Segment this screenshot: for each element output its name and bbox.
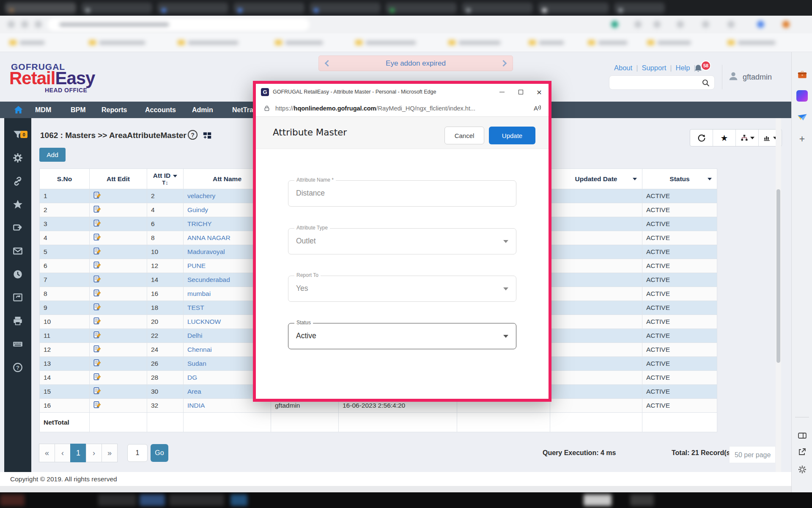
browser-tab[interactable] bbox=[386, 3, 457, 13]
nav-item-nettrade[interactable]: NetTra bbox=[232, 102, 253, 118]
cell-att-edit[interactable] bbox=[90, 385, 147, 399]
sidebar-settings-gear-icon[interactable] bbox=[796, 464, 808, 475]
popup-url-bar[interactable]: https://hqonlinedemo.gofrugal.com/RayMed… bbox=[256, 100, 549, 117]
browser-tab[interactable] bbox=[81, 3, 152, 13]
link-icon[interactable] bbox=[12, 176, 23, 187]
nav-item-mdm[interactable]: MDM bbox=[35, 102, 51, 118]
favorites-star-icon[interactable] bbox=[12, 199, 23, 210]
col-header-updated-date[interactable]: Updated Date bbox=[550, 169, 642, 189]
page-scrollbar-thumb[interactable] bbox=[776, 189, 780, 363]
extension-icon[interactable] bbox=[611, 21, 618, 28]
page-next-button[interactable]: › bbox=[86, 444, 102, 462]
nav-item-reports[interactable]: Reports bbox=[102, 102, 127, 118]
cell-att-edit[interactable] bbox=[90, 399, 147, 413]
edit-icon[interactable] bbox=[93, 205, 101, 213]
back-icon[interactable] bbox=[8, 21, 15, 28]
nav-item-accounts[interactable]: Accounts bbox=[145, 102, 176, 118]
edit-icon[interactable] bbox=[93, 303, 101, 311]
extension-icon[interactable] bbox=[653, 21, 661, 28]
edit-icon[interactable] bbox=[93, 219, 101, 227]
edit-icon[interactable] bbox=[93, 317, 101, 325]
banner-prev-icon[interactable] bbox=[325, 60, 332, 67]
breadcrumb-grid-icon[interactable] bbox=[203, 131, 212, 140]
attribute-name-field[interactable]: Attribute Name * Distance bbox=[288, 180, 516, 207]
per-page-select[interactable]: 50 per page bbox=[729, 446, 776, 463]
bookmark-folder-icon[interactable] bbox=[275, 40, 282, 45]
search-icon[interactable] bbox=[702, 79, 710, 89]
minimize-button[interactable] bbox=[493, 84, 511, 100]
mail-icon[interactable] bbox=[12, 246, 23, 257]
bookmark-folder-icon[interactable] bbox=[355, 40, 362, 45]
status-select[interactable]: Status Active bbox=[288, 323, 516, 349]
col-header-status[interactable]: Status bbox=[642, 169, 717, 189]
support-link[interactable]: Support bbox=[642, 64, 666, 72]
forward-icon[interactable] bbox=[21, 21, 28, 28]
page-last-button[interactable]: » bbox=[102, 444, 118, 462]
menu-icon[interactable] bbox=[782, 21, 790, 28]
taskbar-item[interactable] bbox=[630, 494, 654, 506]
share-export-icon[interactable] bbox=[12, 222, 23, 233]
extension-icon[interactable] bbox=[702, 21, 709, 28]
browser-tab[interactable] bbox=[614, 3, 665, 13]
edit-icon[interactable] bbox=[93, 275, 101, 283]
search-input[interactable] bbox=[614, 77, 698, 88]
cell-att-edit[interactable] bbox=[90, 245, 147, 259]
page-first-button[interactable]: « bbox=[39, 444, 55, 462]
edit-icon[interactable] bbox=[93, 331, 101, 339]
browser-tab[interactable] bbox=[233, 3, 304, 13]
taskbar-item[interactable] bbox=[584, 494, 612, 506]
nav-item-bpm[interactable]: BPM bbox=[71, 102, 86, 118]
add-button[interactable]: Add bbox=[39, 148, 66, 162]
cell-att-edit[interactable] bbox=[90, 259, 147, 273]
keyboard-icon[interactable] bbox=[12, 339, 23, 350]
banner-next-icon[interactable] bbox=[500, 60, 507, 67]
bookmark-folder-icon[interactable] bbox=[529, 40, 536, 45]
bookmark-folder-icon[interactable] bbox=[9, 40, 16, 45]
extension-icon[interactable] bbox=[677, 21, 684, 28]
m365-copilot-icon[interactable] bbox=[796, 90, 808, 102]
edit-icon[interactable] bbox=[93, 345, 101, 353]
open-external-icon[interactable] bbox=[796, 446, 808, 457]
read-aloud-icon[interactable]: A bbox=[534, 105, 542, 112]
cell-att-edit[interactable] bbox=[90, 301, 147, 315]
browser-tab[interactable] bbox=[538, 3, 609, 13]
page-prev-button[interactable]: ‹ bbox=[55, 444, 71, 462]
profile-avatar[interactable] bbox=[757, 21, 764, 28]
cell-att-edit[interactable] bbox=[90, 329, 147, 343]
col-header-att-id[interactable]: Att ID T↕ bbox=[147, 169, 184, 189]
edit-icon[interactable] bbox=[93, 401, 101, 409]
taskbar-item[interactable] bbox=[98, 494, 136, 506]
refresh-icon[interactable] bbox=[35, 21, 42, 28]
update-button[interactable]: Update bbox=[489, 127, 535, 144]
edit-icon[interactable] bbox=[93, 191, 101, 199]
breadcrumb-help-icon[interactable]: ? bbox=[188, 130, 198, 140]
cell-att-edit[interactable] bbox=[90, 371, 147, 385]
edit-icon[interactable] bbox=[93, 261, 101, 269]
cell-att-edit[interactable] bbox=[90, 273, 147, 287]
attribute-type-select[interactable]: Attribute Type Outlet bbox=[288, 228, 516, 254]
col-header-sno[interactable]: S.No bbox=[40, 169, 90, 189]
username-label[interactable]: gftadmin bbox=[743, 73, 772, 82]
hierarchy-dropdown-button[interactable] bbox=[736, 130, 759, 146]
bookmark-folder-icon[interactable] bbox=[727, 40, 735, 45]
taskbar-item[interactable] bbox=[169, 494, 224, 506]
edit-icon[interactable] bbox=[93, 373, 101, 381]
cell-att-edit[interactable] bbox=[90, 189, 147, 203]
close-button[interactable]: × bbox=[530, 84, 549, 100]
cell-att-edit[interactable] bbox=[90, 231, 147, 245]
taskbar-item[interactable] bbox=[0, 494, 25, 506]
browser-tab[interactable] bbox=[157, 3, 228, 13]
bookmark-folder-icon[interactable] bbox=[588, 40, 595, 45]
go-button[interactable]: Go bbox=[151, 444, 168, 462]
favorite-button[interactable]: ★ bbox=[713, 130, 736, 146]
report-window-icon[interactable] bbox=[12, 292, 23, 303]
help-icon[interactable]: ? bbox=[12, 362, 23, 373]
refresh-button[interactable] bbox=[690, 130, 713, 146]
cell-att-edit[interactable] bbox=[90, 287, 147, 301]
bookmark-folder-icon[interactable] bbox=[89, 40, 96, 45]
page-number-button[interactable]: 1 bbox=[70, 444, 86, 462]
taskbar-item[interactable] bbox=[230, 494, 247, 506]
sidebar-panel-icon[interactable] bbox=[796, 430, 808, 441]
report-to-select[interactable]: Report To Yes bbox=[288, 276, 516, 302]
edit-icon[interactable] bbox=[93, 359, 101, 367]
